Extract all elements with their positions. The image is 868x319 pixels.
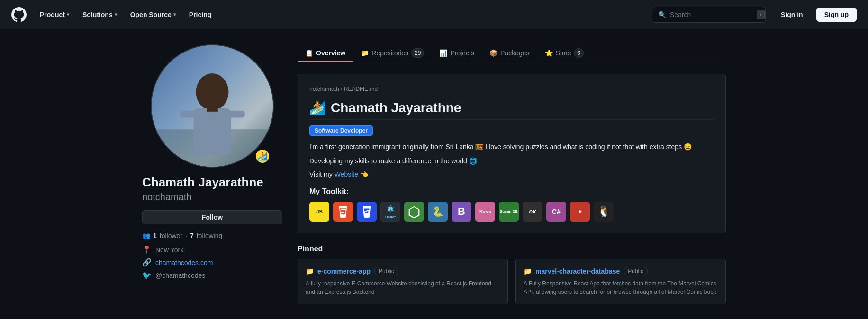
software-developer-badge: Software Developer bbox=[309, 125, 373, 136]
sidebar: 🏄 Chamath Jayarathne notchamath Follow 👥… bbox=[142, 44, 282, 304]
readme-title: 🏄 Chamath Jayarathne bbox=[309, 100, 714, 120]
nav-opensource[interactable]: Open Source ▾ bbox=[125, 7, 181, 22]
profile-meta: 📍 New York 🔗 chamathcodes.com 🐦 @chamath… bbox=[142, 245, 282, 280]
repo-icon: 📁 bbox=[361, 49, 369, 57]
tech-icon-linux: 🐧 bbox=[594, 202, 614, 222]
nav-pricing-label: Pricing bbox=[189, 11, 211, 18]
tech-icon-bootstrap: B bbox=[452, 202, 471, 222]
location-icon: 📍 bbox=[142, 245, 152, 254]
projects-icon: 📊 bbox=[439, 49, 447, 57]
nav-solutions-label: Solutions bbox=[82, 11, 113, 18]
bio-line1: I'm a first-generation immigrant origina… bbox=[309, 142, 714, 152]
followers-info: 👥 1 follower · 7 following bbox=[142, 232, 282, 239]
twitter-handle: @chamathcodes bbox=[155, 272, 205, 279]
twitter-icon: 🐦 bbox=[142, 271, 152, 280]
location-item: 📍 New York bbox=[142, 245, 282, 254]
bio-line2: Developing my skills to make a differenc… bbox=[309, 156, 714, 166]
repo-icon: 📁 bbox=[524, 267, 532, 275]
signin-button[interactable]: Sign in bbox=[773, 8, 811, 21]
tech-icon-express: ex bbox=[523, 202, 542, 222]
website-link[interactable]: chamathcodes.com bbox=[155, 259, 213, 266]
tab-overview[interactable]: 📋 Overview bbox=[298, 45, 353, 62]
search-icon: 🔍 bbox=[658, 11, 666, 18]
profile-tabs: 📋 Overview 📁 Repositories 29 📊 Projects … bbox=[298, 44, 726, 62]
visibility-badge-ecommerce: Public bbox=[374, 267, 398, 275]
nav-product[interactable]: Product ▾ bbox=[34, 7, 75, 22]
pinned-card-marvel: 📁 marvel-character-database Public A Ful… bbox=[515, 259, 726, 304]
nav-opensource-label: Open Source bbox=[130, 11, 172, 18]
nav-pricing[interactable]: Pricing bbox=[183, 7, 217, 22]
profile-name: Chamath Jayarathne bbox=[142, 175, 282, 190]
search-bar[interactable]: 🔍 / bbox=[652, 7, 766, 23]
search-shortcut: / bbox=[757, 10, 765, 19]
website-prefix: Visit my bbox=[309, 170, 333, 178]
tab-stars-label: Stars bbox=[556, 49, 571, 57]
tech-icon-squaresdb: Squar. DB bbox=[499, 202, 519, 222]
website-emoji: 👈 bbox=[360, 170, 368, 178]
pinned-title: Pinned bbox=[298, 245, 726, 253]
follow-button[interactable]: Follow bbox=[142, 210, 282, 224]
chevron-down-icon: ▾ bbox=[67, 12, 69, 17]
navbar-nav: Product ▾ Solutions ▾ Open Source ▾ Pric… bbox=[34, 7, 644, 22]
navbar: Product ▾ Solutions ▾ Open Source ▾ Pric… bbox=[0, 0, 868, 29]
following-label: following bbox=[197, 232, 222, 239]
tab-repositories-label: Repositories bbox=[371, 49, 408, 57]
title-text: Chamath Jayarathne bbox=[331, 100, 461, 115]
github-logo[interactable] bbox=[11, 7, 27, 22]
toolkit-icons: JS ⚛ React 🐍 bbox=[309, 202, 714, 222]
search-input[interactable] bbox=[670, 11, 753, 18]
pinned-section: Pinned 📁 e-commerce-app Public A fully r… bbox=[298, 245, 726, 304]
tab-overview-label: Overview bbox=[316, 49, 345, 57]
pinned-desc-marvel: A Fully Responsive React App that fetche… bbox=[524, 279, 718, 296]
tech-icon-csharp: C# bbox=[546, 202, 566, 222]
tab-projects-label: Projects bbox=[450, 49, 474, 57]
title-emoji: 🏄 bbox=[309, 100, 326, 115]
tech-icon-sass: Sass bbox=[475, 202, 495, 222]
tab-projects[interactable]: 📊 Projects bbox=[432, 45, 482, 62]
followers-icon: 👥 bbox=[142, 232, 150, 239]
repo-name-marvel[interactable]: marvel-character-database bbox=[535, 267, 620, 275]
pinned-card-header-marvel: 📁 marvel-character-database Public bbox=[524, 267, 718, 275]
readme-card: notchamath / README.md 🏄 Chamath Jayarat… bbox=[298, 74, 726, 233]
signup-button[interactable]: Sign up bbox=[816, 8, 857, 22]
link-icon: 🔗 bbox=[142, 258, 152, 267]
navbar-actions: Sign in Sign up bbox=[773, 8, 857, 22]
main-container: 🏄 Chamath Jayarathne notchamath Follow 👥… bbox=[131, 29, 737, 319]
tab-repositories[interactable]: 📁 Repositories 29 bbox=[353, 44, 432, 62]
content: 📋 Overview 📁 Repositories 29 📊 Projects … bbox=[298, 44, 726, 304]
tab-stars[interactable]: ⭐ Stars 6 bbox=[537, 44, 591, 62]
avatar bbox=[151, 44, 274, 168]
followers-count: 1 bbox=[153, 232, 157, 239]
tab-packages-label: Packages bbox=[500, 49, 529, 57]
website-item: 🔗 chamathcodes.com bbox=[142, 258, 282, 267]
avatar-badge: 🏄 bbox=[255, 149, 270, 164]
repo-name-ecommerce[interactable]: e-commerce-app bbox=[317, 267, 371, 275]
twitter-item: 🐦 @chamathcodes bbox=[142, 271, 282, 280]
repo-icon: 📁 bbox=[306, 267, 314, 275]
followers-label: follower bbox=[160, 232, 182, 239]
visibility-badge-marvel: Public bbox=[624, 267, 648, 275]
svg-rect-6 bbox=[207, 107, 218, 112]
stars-icon: ⭐ bbox=[545, 49, 553, 57]
tech-icon-git: ◆ bbox=[570, 202, 590, 222]
repo-count-badge: 29 bbox=[411, 48, 424, 58]
tech-icon-css bbox=[357, 202, 377, 222]
tech-icon-react: ⚛ React bbox=[380, 202, 400, 222]
nav-solutions[interactable]: Solutions ▾ bbox=[77, 7, 123, 22]
tech-icon-js: JS bbox=[309, 202, 329, 222]
stars-count-badge: 6 bbox=[574, 48, 584, 58]
location-text: New York bbox=[155, 246, 183, 254]
website-link[interactable]: Website bbox=[335, 170, 358, 178]
pinned-desc-ecommerce: A fully responsive E-Commerce Website co… bbox=[306, 279, 500, 296]
nav-product-label: Product bbox=[40, 11, 65, 18]
readme-breadcrumb: notchamath / README.md bbox=[309, 86, 714, 92]
tab-packages[interactable]: 📦 Packages bbox=[482, 45, 537, 62]
following-count: 7 bbox=[190, 232, 194, 239]
profile-username: notchamath bbox=[142, 192, 282, 203]
svg-rect-3 bbox=[194, 108, 231, 155]
svg-point-2 bbox=[196, 73, 229, 111]
website-line: Visit my Website 👈 bbox=[309, 170, 714, 178]
tech-icon-node bbox=[404, 202, 424, 222]
chevron-down-icon: ▾ bbox=[173, 12, 176, 17]
tech-icon-html bbox=[333, 202, 353, 222]
